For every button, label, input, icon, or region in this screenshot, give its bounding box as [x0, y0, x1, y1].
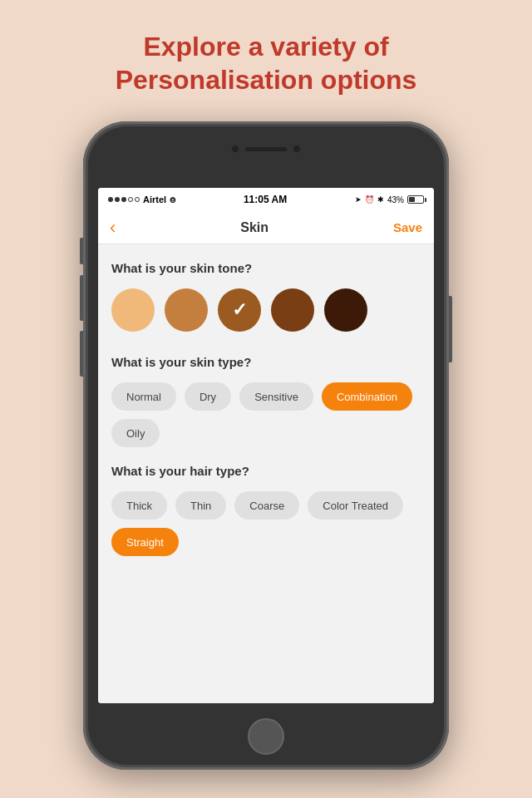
skin-tone-1[interactable] — [111, 288, 155, 332]
skin-type-chip-normal[interactable]: Normal — [111, 382, 176, 411]
signal-dot-1 — [108, 197, 113, 202]
signal-dot-4 — [128, 197, 133, 202]
status-left: Airtel ⌾ — [108, 194, 175, 205]
signal-dot-3 — [121, 197, 126, 202]
skin-type-chip-combination[interactable]: Combination — [322, 382, 412, 411]
hair-type-chip-thick[interactable]: Thick — [111, 491, 167, 520]
battery-icon — [407, 195, 424, 204]
carrier-label: Airtel — [143, 195, 166, 204]
volume-up-button[interactable] — [80, 275, 83, 321]
skin-type-chips: NormalDrySensitiveCombinationOily — [111, 382, 421, 447]
skin-type-question: What is your skin type? — [111, 355, 421, 369]
status-bar: Airtel ⌾ 11:05 AM ➤ ⏰ ✱ 43% — [98, 188, 434, 211]
mute-button[interactable] — [80, 238, 83, 264]
skin-tone-3[interactable] — [218, 288, 261, 332]
hair-type-chip-coarse[interactable]: Coarse — [234, 491, 299, 520]
skin-tone-4[interactable] — [271, 288, 314, 332]
nav-title: Skin — [240, 220, 268, 235]
location-icon: ➤ — [355, 195, 362, 204]
status-time: 11:05 AM — [244, 194, 287, 205]
save-button[interactable]: Save — [393, 220, 422, 234]
skin-tone-question: What is your skin tone? — [111, 261, 421, 275]
skin-type-chip-sensitive[interactable]: Sensitive — [239, 382, 313, 411]
signal-dot-5 — [135, 197, 140, 202]
hair-type-section: What is your hair type? ThickThinCoarseC… — [111, 464, 421, 556]
power-button[interactable] — [449, 296, 452, 362]
skin-type-section: What is your skin type? NormalDrySensiti… — [111, 355, 421, 447]
skin-tone-5[interactable] — [324, 288, 367, 332]
phone-device: Airtel ⌾ 11:05 AM ➤ ⏰ ✱ 43% ‹ Skin Save — [83, 121, 449, 770]
sensor-icon — [293, 145, 300, 152]
battery-fill — [409, 197, 415, 202]
phone-screen: Airtel ⌾ 11:05 AM ➤ ⏰ ✱ 43% ‹ Skin Save — [98, 188, 434, 703]
skin-tone-section: What is your skin tone? — [111, 261, 421, 332]
skin-type-chip-dry[interactable]: Dry — [185, 382, 231, 411]
skin-tone-2[interactable] — [165, 288, 208, 332]
signal-dot-2 — [115, 197, 120, 202]
back-button[interactable]: ‹ — [110, 217, 116, 239]
phone-top-bar — [208, 140, 324, 158]
speaker-icon — [245, 147, 287, 151]
camera-icon — [232, 145, 239, 152]
alarm-icon: ⏰ — [365, 195, 374, 204]
wifi-icon: ⌾ — [170, 194, 175, 205]
bluetooth-icon: ✱ — [377, 195, 384, 204]
hair-type-chips: ThickThinCoarseColor TreatedStraight — [111, 491, 421, 556]
hair-type-chip-straight[interactable]: Straight — [111, 528, 179, 556]
hair-type-question: What is your hair type? — [111, 464, 421, 478]
hair-type-chip-thin[interactable]: Thin — [175, 491, 226, 520]
page-title: Explore a variety of Personalisation opt… — [66, 30, 467, 96]
signal-icon — [108, 197, 140, 202]
skin-tone-row — [111, 288, 421, 332]
volume-down-button[interactable] — [80, 331, 83, 377]
skin-type-chip-oily[interactable]: Oily — [111, 419, 160, 447]
screen-content: What is your skin tone? What is your ski… — [98, 244, 434, 703]
battery-percent: 43% — [387, 195, 404, 204]
status-right: ➤ ⏰ ✱ 43% — [355, 195, 424, 204]
home-button[interactable] — [248, 718, 284, 755]
nav-bar: ‹ Skin Save — [98, 211, 434, 244]
hair-type-chip-color-treated[interactable]: Color Treated — [308, 491, 403, 520]
